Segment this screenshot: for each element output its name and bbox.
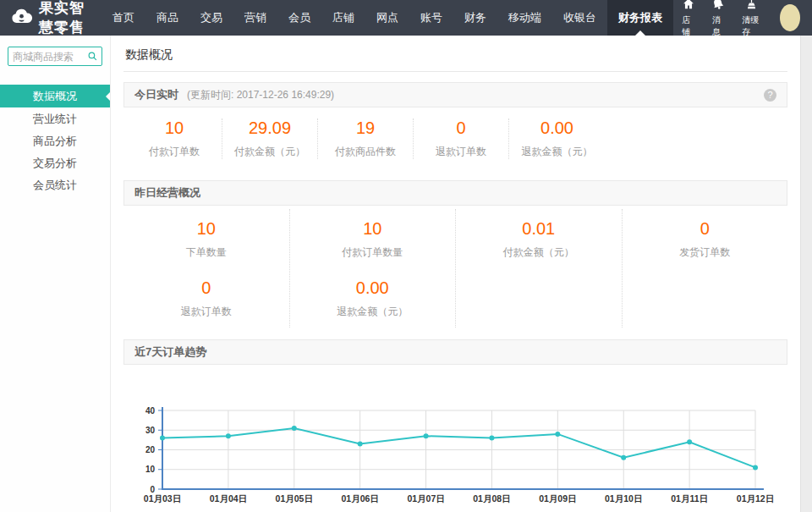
stat-label: 付款订单数量: [290, 245, 456, 260]
brand-name: 果实智慧零售: [39, 0, 88, 37]
nav-item-marketing[interactable]: 营销: [233, 0, 277, 36]
yesterday-column: 0.01 付款金额（元）: [455, 209, 622, 328]
stat-label: 下单数量: [123, 245, 289, 260]
svg-text:01月06日: 01月06日: [341, 493, 378, 504]
yesterday-title: 昨日经营概况: [134, 185, 200, 201]
quick-clear-cache-button[interactable]: 清缓存: [742, 0, 761, 38]
today-section-bar: 今日实时 (更新时间: 2017-12-26 16:49:29) ?: [123, 82, 787, 107]
quick-shop-label: 店铺: [682, 14, 695, 38]
nav-quick-actions: 店铺 消息 清缓存: [673, 0, 812, 38]
sidebar-item-trade-analysis[interactable]: 交易分析: [0, 152, 110, 173]
trend-chart: 01020304001月03日01月04日01月05日01月06日01月07日0…: [132, 404, 785, 509]
broom-icon: [745, 0, 758, 14]
sidebar-search: [0, 36, 110, 73]
bell-icon: [710, 0, 727, 15]
yesterday-column: 0 发货订单数: [622, 209, 788, 328]
stat-value: 0: [414, 118, 508, 138]
nav-item-products[interactable]: 商品: [145, 0, 189, 36]
yesterday-section-bar: 昨日经营概况: [123, 180, 787, 206]
svg-text:0: 0: [150, 485, 155, 494]
nav-item-mobile[interactable]: 移动端: [497, 0, 552, 36]
quick-clear-cache-label: 清缓存: [742, 14, 761, 38]
nav-item-home[interactable]: 首页: [102, 0, 145, 36]
stat-cell: 0.00 退款金额（元）: [290, 268, 456, 328]
avatar[interactable]: [780, 4, 800, 31]
svg-text:01月09日: 01月09日: [539, 493, 576, 504]
stat-value: 10: [290, 219, 456, 239]
stat-value: 10: [123, 219, 289, 239]
sidebar-item-data-overview[interactable]: 数据概况: [0, 85, 110, 107]
trend-chart-wrap: 01020304001月03日01月04日01月05日01月06日01月07日0…: [132, 404, 787, 512]
stat-label: 退款金额（元）: [290, 305, 456, 319]
main-content: 数据概况 今日实时 (更新时间: 2017-12-26 16:49:29) ? …: [111, 36, 800, 512]
quick-message-label: 消息: [712, 14, 725, 38]
stat-cell: 0 退款订单数: [123, 268, 289, 328]
home-icon: [682, 0, 695, 14]
stat-value: 0: [623, 219, 788, 239]
today-stats: 10 付款订单数 29.09 付款金额（元） 19 付款商品件数 0 退款订单数…: [123, 107, 787, 170]
stat-value: 0.00: [290, 278, 456, 298]
sidebar-item-business-stats[interactable]: 营业统计: [0, 108, 110, 129]
stat-cell: 0 发货订单数: [623, 209, 788, 268]
page-title: 数据概况: [123, 36, 787, 72]
nav-item-account[interactable]: 账号: [409, 0, 453, 36]
sidebar-item-product-analysis[interactable]: 商品分析: [0, 130, 110, 151]
svg-text:40: 40: [145, 406, 156, 416]
nav-item-outlets[interactable]: 网点: [365, 0, 409, 36]
yesterday-column: 10 下单数量 0 退款订单数: [123, 209, 289, 328]
today-updated-time: (更新时间: 2017-12-26 16:49:29): [187, 88, 334, 102]
stat-cell: 0.00 退款金额（元）: [509, 118, 605, 159]
nav-item-cashier[interactable]: 收银台: [552, 0, 607, 36]
sidebar-item-member-stats[interactable]: 会员统计: [0, 174, 110, 195]
stat-value: 10: [127, 118, 222, 138]
svg-text:10: 10: [145, 465, 156, 474]
search-icon: [87, 51, 98, 62]
quick-shop-button[interactable]: 店铺: [682, 0, 695, 38]
stat-cell: 29.09 付款金额（元）: [222, 118, 318, 159]
stat-label: 付款订单数: [127, 145, 222, 159]
svg-text:01月05日: 01月05日: [276, 493, 313, 504]
stat-value: 0.00: [509, 118, 605, 138]
top-nav: 果实智慧零售 首页 商品 交易 营销 会员 店铺 网点 账号 财务 移动端 收银…: [0, 0, 812, 36]
stat-cell: 19 付款商品件数: [318, 118, 414, 159]
stat-value: 0.01: [456, 219, 622, 239]
nav-item-finance[interactable]: 财务: [453, 0, 497, 36]
cloud-logo-icon: [10, 8, 39, 28]
stat-label: 退款金额（元）: [509, 145, 605, 159]
scrollbar-track: [800, 36, 812, 512]
stat-value: 0: [123, 278, 289, 298]
stat-label: 退款订单数: [414, 145, 508, 159]
quick-message-button[interactable]: 消息: [712, 0, 725, 38]
stat-cell: 10 付款订单数量: [290, 209, 456, 268]
svg-text:01月03日: 01月03日: [144, 493, 181, 504]
sidebar-menu: 数据概况 营业统计 商品分析 交易分析 会员统计: [0, 85, 110, 195]
yesterday-stats: 10 下单数量 0 退款订单数 10 付款订单数量 0.00 退款金额（元）: [123, 206, 787, 329]
trend-title: 近7天订单趋势: [134, 344, 206, 360]
yesterday-column: 10 付款订单数量 0.00 退款金额（元）: [289, 209, 456, 328]
stat-cell: 0.01 付款金额（元）: [456, 209, 622, 268]
sidebar: 数据概况 营业统计 商品分析 交易分析 会员统计: [0, 36, 111, 512]
nav-item-shop[interactable]: 店铺: [321, 0, 365, 36]
svg-text:01月07日: 01月07日: [407, 493, 444, 504]
svg-text:20: 20: [145, 445, 156, 454]
stat-label: 付款金额（元）: [456, 245, 622, 260]
today-title: 今日实时: [134, 87, 178, 102]
stat-label: 发货订单数: [623, 245, 788, 260]
brand-logo[interactable]: 果实智慧零售: [10, 0, 88, 37]
stat-cell: 10 下单数量: [123, 209, 289, 268]
stat-value: 19: [318, 118, 413, 138]
svg-text:01月11日: 01月11日: [671, 493, 708, 504]
stat-cell: 0 退款订单数: [414, 118, 509, 159]
question-icon[interactable]: ?: [764, 89, 776, 102]
stat-cell: 10 付款订单数: [127, 118, 222, 159]
stat-label: 付款商品件数: [318, 145, 413, 159]
svg-text:30: 30: [145, 426, 156, 435]
stat-label: 退款订单数: [123, 305, 289, 319]
svg-text:01月04日: 01月04日: [210, 493, 247, 504]
nav-item-trade[interactable]: 交易: [189, 0, 233, 36]
svg-text:01月08日: 01月08日: [473, 493, 510, 504]
trend-section-bar: 近7天订单趋势: [123, 339, 787, 365]
nav-item-finance-report[interactable]: 财务报表: [607, 0, 673, 36]
nav-item-members[interactable]: 会员: [277, 0, 321, 36]
svg-text:01月12日: 01月12日: [737, 493, 774, 504]
